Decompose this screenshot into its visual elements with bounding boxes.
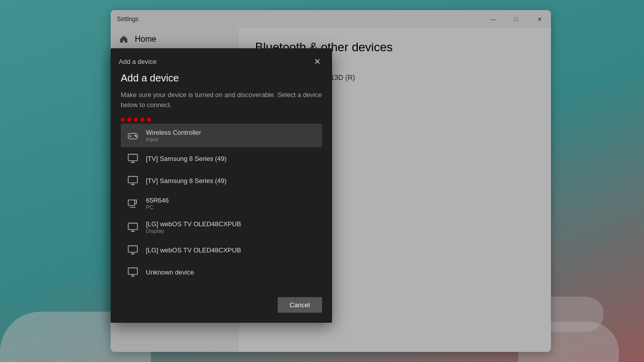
device-samsung-tv-1-name: [TV] Samsung 8 Series (49) <box>146 155 226 162</box>
device-item-lg-tv-2[interactable]: [LG] webOS TV OLED48CXPUB <box>121 239 322 261</box>
svg-rect-22 <box>128 176 137 183</box>
svg-point-20 <box>136 136 137 137</box>
dot-4 <box>140 118 144 122</box>
device-item-wireless-controller[interactable]: Wireless Controller Input <box>121 124 322 147</box>
device-item-samsung-tv-2[interactable]: [TV] Samsung 8 Series (49) <box>121 169 322 192</box>
device-unknown-name: Unknown device <box>146 268 194 276</box>
svg-rect-24 <box>128 223 137 229</box>
lg-tv-icon-2 <box>127 244 139 256</box>
device-65r646-name: 65R646 <box>146 197 169 204</box>
add-device-dialog: Add a device ✕ Add a device Make sure yo… <box>111 48 332 323</box>
dialog-title-text: Add a device <box>119 58 156 65</box>
cancel-button[interactable]: Cancel <box>278 297 322 313</box>
tv-icon-2 <box>127 174 139 187</box>
dialog-footer: Cancel <box>121 291 322 313</box>
device-wireless-controller-sub: Input <box>146 136 201 142</box>
dialog-description: Make sure your device is turned on and d… <box>121 90 322 110</box>
unknown-device-icon <box>127 266 139 278</box>
dot-2 <box>127 118 131 122</box>
device-lg-tv-2-name: [LG] webOS TV OLED48CXPUB <box>146 246 241 254</box>
lg-tv-icon-1 <box>127 221 139 233</box>
device-65r646-sub: PC <box>146 204 169 210</box>
dot-3 <box>134 118 138 122</box>
device-item-samsung-tv-1[interactable]: [TV] Samsung 8 Series (49) <box>121 147 322 169</box>
dialog-heading: Add a device <box>121 72 322 84</box>
svg-rect-23 <box>128 200 135 205</box>
pc-icon <box>127 198 139 210</box>
svg-rect-26 <box>128 268 137 275</box>
dot-1 <box>121 118 125 122</box>
device-lg-tv-1-sub: Display <box>146 228 241 234</box>
dot-5 <box>147 118 151 122</box>
dialog-title-bar: Add a device ✕ <box>111 48 332 72</box>
modal-overlay: Add a device ✕ Add a device Make sure yo… <box>0 0 644 362</box>
device-item-65r646[interactable]: 65R646 PC <box>121 192 322 215</box>
svg-point-19 <box>135 135 136 136</box>
svg-rect-21 <box>128 154 137 161</box>
loading-dots <box>121 118 322 122</box>
device-item-unknown[interactable]: Unknown device <box>121 261 322 283</box>
device-wireless-controller-name: Wireless Controller <box>146 129 201 136</box>
dialog-close-button[interactable]: ✕ <box>310 54 324 68</box>
device-lg-tv-1-name: [LG] webOS TV OLED48CXPUB <box>146 220 241 228</box>
gamepad-icon <box>127 130 139 142</box>
device-item-lg-tv-1[interactable]: [LG] webOS TV OLED48CXPUB Display <box>121 215 322 239</box>
device-samsung-tv-2-name: [TV] Samsung 8 Series (49) <box>146 177 226 185</box>
tv-icon <box>127 152 139 164</box>
svg-rect-25 <box>128 246 137 252</box>
device-list: Wireless Controller Input [TV] Samsung 8… <box>121 124 322 283</box>
dialog-body: Add a device Make sure your device is tu… <box>111 72 332 323</box>
